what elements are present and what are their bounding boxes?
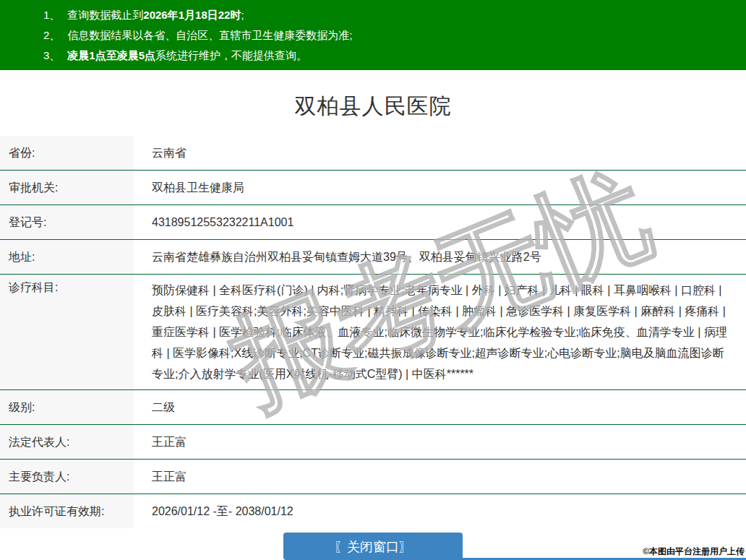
- field-value: 云南省楚雄彝族自治州双柏县妥甸镇查姆大道39号、双柏县妥甸镇兴业路2号: [134, 240, 746, 274]
- notice-number: 2、: [43, 29, 60, 41]
- notice-text: 查询数据截止到: [67, 9, 143, 21]
- table-row-legal-representative: 法定代表人: 王正富: [0, 425, 746, 460]
- notice-text: ;: [241, 9, 244, 21]
- button-area: 〖关闭窗口〗: [0, 533, 746, 560]
- notice-number: 3、: [43, 49, 60, 61]
- table-row-province: 省份: 云南省: [0, 136, 746, 171]
- notice-line-3: 3、凌晨1点至凌晨5点系统进行维护，不能提供查询。: [43, 46, 732, 66]
- notice-text-bold: 凌晨1点至凌晨5点: [67, 49, 155, 61]
- notice-number: 1、: [43, 9, 60, 21]
- field-label: 级别:: [0, 390, 134, 424]
- field-label: 审批机关:: [0, 171, 134, 204]
- table-row-main-person-in-charge: 主要负责人: 王正富: [0, 460, 746, 494]
- field-label: 诊疗科目:: [0, 275, 134, 389]
- field-label: 省份:: [0, 136, 134, 170]
- table-row-approval-authority: 审批机关: 双柏县卫生健康局: [0, 171, 746, 205]
- field-value: 王正富: [134, 460, 746, 494]
- field-value: 二级: [134, 390, 746, 424]
- field-label: 执业许可证有效期:: [0, 494, 134, 528]
- close-window-button[interactable]: 〖关闭窗口〗: [283, 533, 463, 560]
- table-row-registration-number: 登记号: 43189512553232211A1001: [0, 205, 746, 240]
- notice-text-bold: 2026年1月18日22时: [143, 9, 241, 21]
- institution-info-table: 省份: 云南省 审批机关: 双柏县卫生健康局 登记号: 431895125532…: [0, 136, 746, 528]
- field-label: 登记号:: [0, 205, 134, 239]
- notice-text: 信息数据结果以各省、自治区、直辖市卫生健康委数据为准;: [67, 29, 352, 41]
- table-row-address: 地址: 云南省楚雄彝族自治州双柏县妥甸镇查姆大道39号、双柏县妥甸镇兴业路2号: [0, 240, 746, 275]
- field-label: 主要负责人:: [0, 460, 134, 494]
- table-row-license-validity: 执业许可证有效期: 2026/01/12 -至- 2038/01/12: [0, 494, 746, 528]
- field-value: 王正富: [134, 425, 746, 459]
- field-value: 2026/01/12 -至- 2038/01/12: [134, 494, 746, 528]
- field-label: 法定代表人:: [0, 425, 134, 459]
- notice-line-1: 1、查询数据截止到2026年1月18日22时;: [43, 5, 732, 25]
- field-value: 云南省: [134, 136, 746, 170]
- notice-line-2: 2、信息数据结果以各省、自治区、直辖市卫生健康委数据为准;: [43, 25, 732, 46]
- table-row-level: 级别: 二级: [0, 390, 746, 425]
- field-value: 43189512553232211A1001: [134, 205, 746, 239]
- field-label: 地址:: [0, 240, 134, 274]
- page-title: 双柏县人民医院: [0, 92, 746, 121]
- table-row-medical-departments: 诊疗科目: 预防保健科 | 全科医疗科(门诊) | 内科;肾病学专业;老年病专业…: [0, 275, 746, 390]
- notice-text: 系统进行维护，不能提供查询。: [155, 49, 307, 61]
- notice-header: 1、查询数据截止到2026年1月18日22时; 2、信息数据结果以各省、自治区、…: [0, 0, 746, 70]
- uploader-stamp: ©本图由平台注册用户上传: [643, 546, 745, 558]
- field-value: 预防保健科 | 全科医疗科(门诊) | 内科;肾病学专业;老年病专业 | 外科 …: [134, 275, 746, 389]
- field-value: 双柏县卫生健康局: [134, 171, 746, 204]
